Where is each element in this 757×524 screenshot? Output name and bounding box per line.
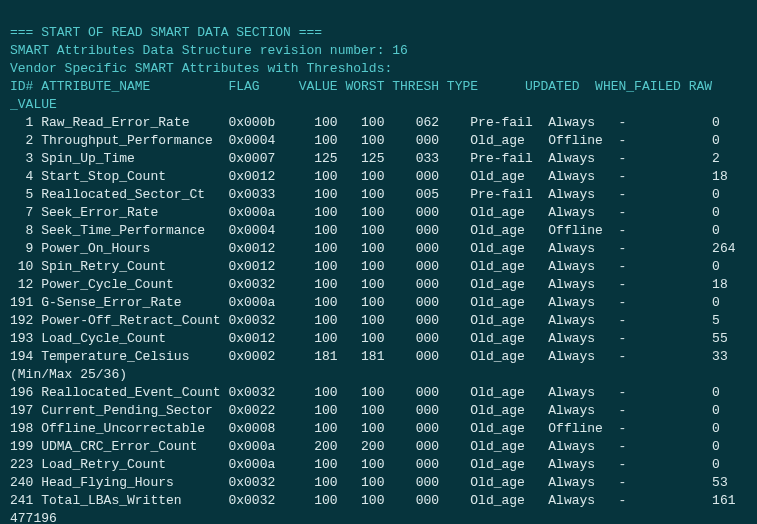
section-header: === START OF READ SMART DATA SECTION === bbox=[10, 25, 322, 40]
column-headers: ID# ATTRIBUTE_NAME FLAG VALUE WORST THRE… bbox=[10, 79, 712, 94]
column-headers-cont: _VALUE bbox=[10, 97, 57, 112]
terminal-output: === START OF READ SMART DATA SECTION ===… bbox=[0, 18, 757, 524]
revision-line: SMART Attributes Data Structure revision… bbox=[10, 43, 408, 58]
vendor-line: Vendor Specific SMART Attributes with Th… bbox=[10, 61, 392, 76]
